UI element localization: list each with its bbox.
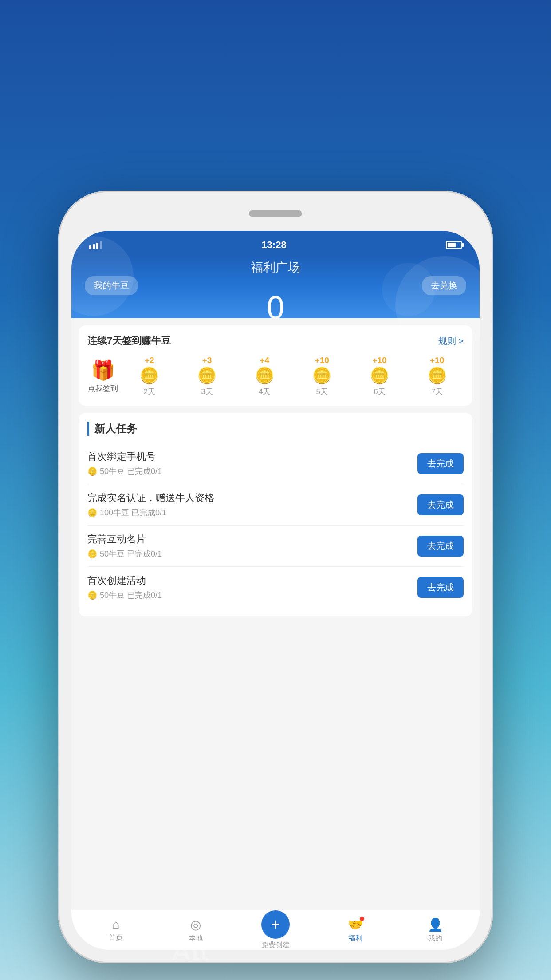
my-coins-button[interactable]: 我的牛豆 [85,276,138,295]
app-header: 福利广场 0 我的牛豆 去兑换 [71,254,480,318]
day-label: 6天 [374,387,385,397]
task-reward-text: 100牛豆 已完成0/1 [100,507,166,518]
task-name: 首次绑定手机号 [87,450,417,463]
task-item: 首次创建活动 🪙 50牛豆 已完成0/1 去完成 [87,567,464,608]
coin-icon: 🪙 [255,366,275,385]
day-points: +10 [372,356,386,365]
task-info: 完善互动名片 🪙 50牛豆 已完成0/1 [87,533,417,559]
welfare-badge-container: 🤝 [348,917,363,932]
coin-small-icon: 🪙 [87,590,97,600]
checkin-days-container: +2 🪙 2天 +3 🪙 3天 +4 🪙 4天 +10 🪙 5天 +10 🪙 6… [123,356,464,397]
day-points: +4 [260,356,269,365]
task-info: 完成实名认证，赠送牛人资格 🪙 100牛豆 已完成0/1 [87,491,417,518]
status-time: 13:28 [261,239,286,251]
coin-icon: 🪙 [370,366,390,385]
task-complete-button[interactable]: 去完成 [417,536,464,557]
phone-screen: 13:28 福利广场 0 我的牛豆 去兑换 连续7天签到赚牛豆 [71,231,480,950]
task-reward-text: 50牛豆 已完成0/1 [100,549,162,559]
home-icon: ⌂ [112,917,120,932]
exchange-button[interactable]: 去兑换 [422,276,466,295]
checkin-day-item[interactable]: +2 🪙 2天 [134,356,165,397]
coin-small-icon: 🪙 [87,549,97,559]
user-icon: 👤 [428,917,443,932]
day-points: +10 [315,356,329,365]
day-label: 7天 [431,387,443,397]
scroll-content: 连续7天签到赚牛豆 规则 > 🎁 点我签到 +2 🪙 2天 +3 🪙 3天 +4… [71,318,480,910]
tasks-container: 首次绑定手机号 🪙 50牛豆 已完成0/1 去完成 完成实名认证，赠送牛人资格 … [87,443,464,608]
task-item: 完善互动名片 🪙 50牛豆 已完成0/1 去完成 [87,526,464,567]
gift-icon: 🎁 [91,359,115,382]
nav-item-welfare[interactable]: 🤝 福利 [315,917,395,943]
task-reward-row: 🪙 50牛豆 已完成0/1 [87,466,417,477]
battery-fill [448,243,456,247]
task-reward-row: 🪙 50牛豆 已完成0/1 [87,590,417,601]
task-info: 首次绑定手机号 🪙 50牛豆 已完成0/1 [87,450,417,477]
task-item: 首次绑定手机号 🪙 50牛豆 已完成0/1 去完成 [87,443,464,484]
task-name: 完成实名认证，赠送牛人资格 [87,491,417,505]
tasks-section-title: 新人任务 [87,422,464,436]
nav-label-mine: 我的 [428,934,442,943]
coin-small-icon: 🪙 [87,466,97,476]
checkin-day-item[interactable]: +10 🪙 7天 [421,356,453,397]
day-points: +10 [430,356,444,365]
day-label: 4天 [259,387,270,397]
nav-label-welfare: 福利 [348,934,362,943]
battery-indicator [446,241,462,249]
att-label: Att [172,936,209,967]
task-complete-button[interactable]: 去完成 [417,577,464,598]
nav-item-home[interactable]: ⌂ 首页 [76,917,156,943]
task-name: 首次创建活动 [87,574,417,587]
task-item: 完成实名认证，赠送牛人资格 🪙 100牛豆 已完成0/1 去完成 [87,484,464,526]
checkin-today-item[interactable]: 🎁 点我签到 [87,359,118,394]
bottom-nav: ⌂ 首页 ◎ 本地 + 免费创建 🤝 福利 [71,910,480,950]
phone-mockup: 13:28 福利广场 0 我的牛豆 去兑换 连续7天签到赚牛豆 [58,191,493,963]
task-info: 首次创建活动 🪙 50牛豆 已完成0/1 [87,574,417,601]
nav-label-create: 免费创建 [261,940,290,950]
status-bar: 13:28 [71,231,480,254]
nav-label-home: 首页 [109,933,123,943]
coin-small-icon: 🪙 [87,508,97,518]
task-reward-row: 🪙 50牛豆 已完成0/1 [87,549,417,559]
day-label: 2天 [144,387,155,397]
checkin-day-item[interactable]: +4 🪙 4天 [249,356,280,397]
task-complete-button[interactable]: 去完成 [417,453,464,474]
welfare-badge-dot [360,917,364,921]
task-reward-text: 50牛豆 已完成0/1 [100,466,162,477]
day-points: +3 [202,356,212,365]
checkin-title: 连续7天签到赚牛豆 [87,334,171,348]
task-name: 完善互动名片 [87,533,417,546]
nav-item-mine[interactable]: 👤 我的 [395,917,475,943]
task-reward-row: 🪙 100牛豆 已完成0/1 [87,507,417,518]
tasks-section: 新人任务 首次绑定手机号 🪙 50牛豆 已完成0/1 去完成 完成实名认证，赠送… [79,413,472,616]
coin-icon: 🪙 [312,366,332,385]
battery-icon [446,241,462,249]
coin-icon: 🪙 [139,366,159,385]
coin-icon: 🪙 [427,366,447,385]
checkin-day-item[interactable]: +10 🪙 5天 [307,356,338,397]
task-reward-text: 50牛豆 已完成0/1 [100,590,162,601]
checkin-day-item[interactable]: +10 🪙 6天 [364,356,395,397]
task-complete-button[interactable]: 去完成 [417,494,464,515]
day-label: 5天 [316,387,328,397]
add-button[interactable]: + [261,910,290,939]
day-label: 3天 [201,387,213,397]
checkin-today-label: 点我签到 [88,383,118,394]
phone-speaker [249,210,302,217]
coin-icon: 🪙 [197,366,217,385]
checkin-day-item[interactable]: +3 🪙 3天 [191,356,222,397]
location-icon: ◎ [190,917,201,932]
day-points: +2 [145,356,154,365]
nav-item-create[interactable]: + 免费创建 [236,910,315,950]
checkin-days-row: 🎁 点我签到 +2 🪙 2天 +3 🪙 3天 +4 🪙 4天 +10 🪙 5天 … [87,356,464,397]
